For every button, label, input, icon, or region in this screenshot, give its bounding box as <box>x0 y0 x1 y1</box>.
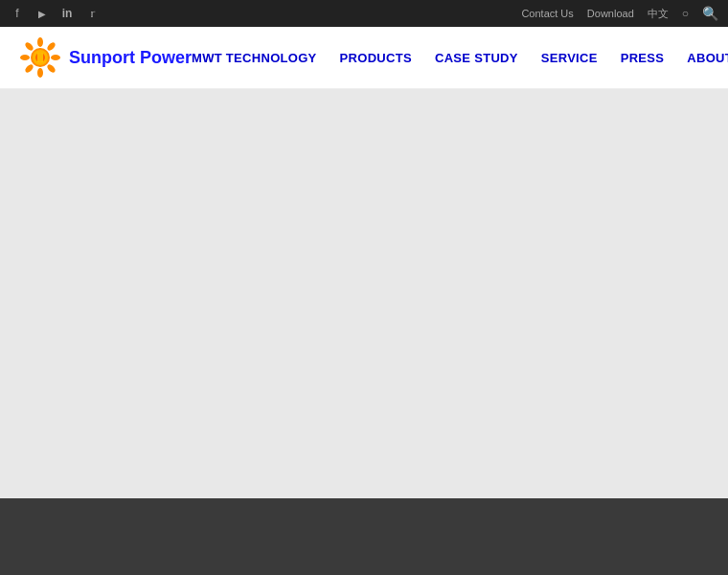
svg-point-2 <box>37 68 43 78</box>
nav-about-us[interactable]: ABOUT US <box>687 51 728 65</box>
svg-rect-11 <box>37 53 43 62</box>
youtube-icon[interactable]: ▶ <box>34 6 50 21</box>
footer <box>0 498 728 575</box>
globe-icon[interactable]: ○ <box>682 7 689 20</box>
twitter-icon[interactable]: 𝕣 <box>84 6 100 21</box>
svg-point-4 <box>51 55 60 60</box>
nav-press[interactable]: PRESS <box>621 51 665 65</box>
svg-point-1 <box>37 37 43 47</box>
nav-products[interactable]: PRODUCTS <box>340 51 412 65</box>
top-bar-right: Contact Us Download 中文 ○ 🔍 <box>521 6 718 21</box>
nav-bar: Sunport Power MWT TECHNOLOGY PRODUCTS CA… <box>0 27 728 89</box>
top-bar: f ▶ in 𝕣 Contact Us Download 中文 ○ 🔍 <box>0 0 728 27</box>
svg-point-3 <box>20 55 30 60</box>
svg-point-8 <box>24 63 34 74</box>
nav-service[interactable]: SERVICE <box>541 51 598 65</box>
social-links: f ▶ in 𝕣 <box>10 6 100 21</box>
main-content <box>0 89 728 498</box>
linkedin-icon[interactable]: in <box>59 6 75 21</box>
facebook-icon[interactable]: f <box>10 6 25 21</box>
nav-mwt-technology[interactable]: MWT TECHNOLOGY <box>192 51 317 65</box>
svg-point-5 <box>24 41 34 52</box>
logo[interactable]: Sunport Power <box>19 36 192 79</box>
contact-us-link[interactable]: Contact Us <box>521 8 573 19</box>
nav-links: MWT TECHNOLOGY PRODUCTS CASE STUDY SERVI… <box>192 51 728 65</box>
logo-text: Sunport Power <box>69 48 192 68</box>
download-link[interactable]: Download <box>587 8 634 19</box>
nav-case-study[interactable]: CASE STUDY <box>435 51 518 65</box>
svg-point-6 <box>46 63 57 74</box>
language-switcher[interactable]: 中文 <box>648 7 669 21</box>
search-icon[interactable]: 🔍 <box>702 6 718 21</box>
svg-point-7 <box>46 41 57 52</box>
logo-icon <box>19 36 61 79</box>
